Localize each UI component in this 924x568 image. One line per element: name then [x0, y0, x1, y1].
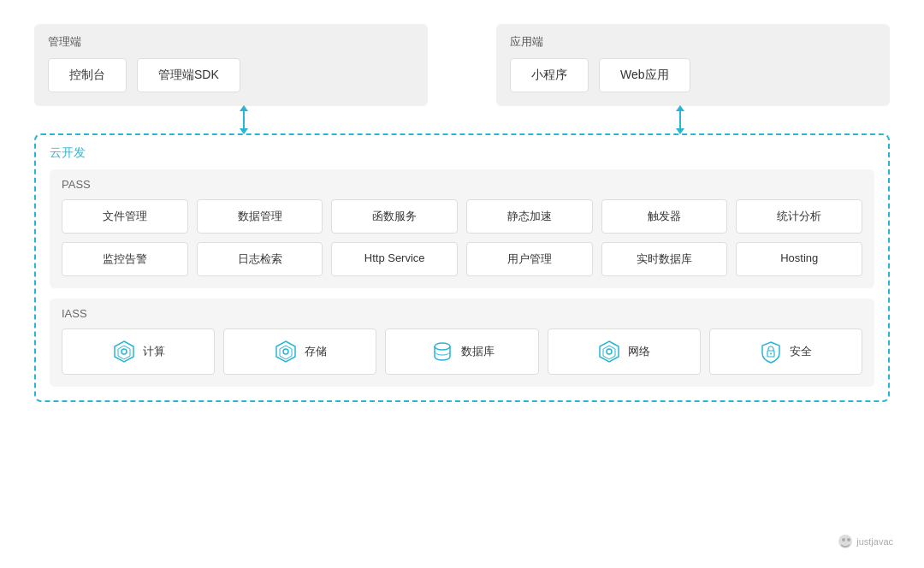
stats-analysis: 统计分析	[736, 199, 862, 234]
svg-marker-7	[600, 341, 619, 362]
database-icon	[430, 340, 454, 364]
func-service: 函数服务	[331, 199, 458, 234]
svg-point-5	[283, 349, 288, 354]
hosting: Hosting	[736, 242, 862, 276]
management-sdk-item: 管理端SDK	[137, 58, 240, 92]
application-items: 小程序 Web应用	[510, 58, 876, 92]
management-box: 管理端 控制台 管理端SDK	[34, 24, 428, 106]
svg-point-11	[770, 353, 772, 355]
svg-marker-0	[115, 341, 133, 362]
iass-compute: 计算	[62, 328, 215, 375]
data-mgmt: 数据管理	[197, 199, 323, 234]
watermark: justjavac	[838, 534, 893, 549]
watermark-icon	[838, 534, 853, 549]
svg-marker-1	[118, 346, 130, 359]
compute-label: 计算	[143, 344, 165, 359]
svg-point-13	[842, 538, 845, 541]
storage-label: 存储	[305, 344, 327, 359]
iass-section: IASS 计算	[50, 299, 874, 387]
iass-items: 计算 存储	[62, 328, 862, 375]
static-accel: 静态加速	[466, 199, 593, 234]
console-item: 控制台	[48, 58, 127, 92]
iass-network: 网络	[548, 328, 701, 375]
iass-security: 安全	[709, 328, 862, 375]
svg-point-9	[607, 349, 612, 354]
svg-point-14	[847, 538, 850, 541]
cloud-dev-title: 云开发	[50, 145, 874, 161]
iass-label: IASS	[62, 307, 862, 320]
arrow-line	[243, 111, 245, 128]
arrow-up-head	[240, 105, 248, 111]
network-icon	[597, 340, 621, 364]
security-icon	[759, 340, 783, 364]
pass-section: PASS 文件管理 数据管理 函数服务 静态加速 触发器 统计分析 监控告警 日…	[50, 169, 874, 288]
svg-marker-3	[276, 341, 295, 362]
webapp-item: Web应用	[599, 58, 690, 92]
trigger: 触发器	[601, 199, 728, 234]
storage-icon	[274, 340, 298, 364]
management-items: 控制台 管理端SDK	[48, 58, 414, 92]
iass-database: 数据库	[385, 328, 538, 375]
arrow-down-head-r	[676, 128, 684, 134]
monitor-alert: 监控告警	[62, 242, 188, 276]
miniapp-item: 小程序	[510, 58, 589, 92]
pass-row1: 文件管理 数据管理 函数服务 静态加速 触发器 统计分析	[62, 199, 862, 234]
pass-row2: 监控告警 日志检索 Http Service 用户管理 实时数据库 Hostin…	[62, 242, 862, 276]
log-search: 日志检索	[197, 242, 323, 276]
svg-point-2	[121, 349, 127, 354]
compute-icon	[112, 340, 136, 364]
application-box: 应用端 小程序 Web应用	[496, 24, 890, 106]
arrow-line-r	[679, 111, 681, 128]
arrow-up-head-r	[676, 105, 684, 111]
pass-label: PASS	[62, 178, 862, 191]
user-mgmt: 用户管理	[466, 242, 593, 276]
management-title: 管理端	[48, 34, 414, 50]
application-title: 应用端	[510, 34, 876, 50]
security-label: 安全	[790, 344, 812, 359]
network-label: 网络	[628, 344, 650, 359]
arrows-row	[34, 106, 890, 133]
main-container: 管理端 控制台 管理端SDK 应用端 小程序 Web应用	[17, 10, 907, 558]
watermark-text: justjavac	[856, 536, 893, 547]
database-label: 数据库	[461, 344, 495, 359]
right-arrow	[676, 105, 684, 134]
http-service: Http Service	[331, 242, 458, 276]
left-arrow	[240, 105, 248, 134]
svg-marker-8	[603, 346, 615, 359]
cloud-dev-box: 云开发 PASS 文件管理 数据管理 函数服务 静态加速 触发器 统计分析 监控…	[34, 133, 890, 402]
svg-point-6	[435, 343, 450, 350]
svg-marker-4	[280, 346, 292, 359]
iass-storage: 存储	[223, 328, 376, 375]
realtime-db: 实时数据库	[601, 242, 728, 276]
top-section: 管理端 控制台 管理端SDK 应用端 小程序 Web应用	[34, 24, 890, 106]
arrow-down-head	[240, 128, 248, 134]
file-mgmt: 文件管理	[62, 199, 188, 234]
